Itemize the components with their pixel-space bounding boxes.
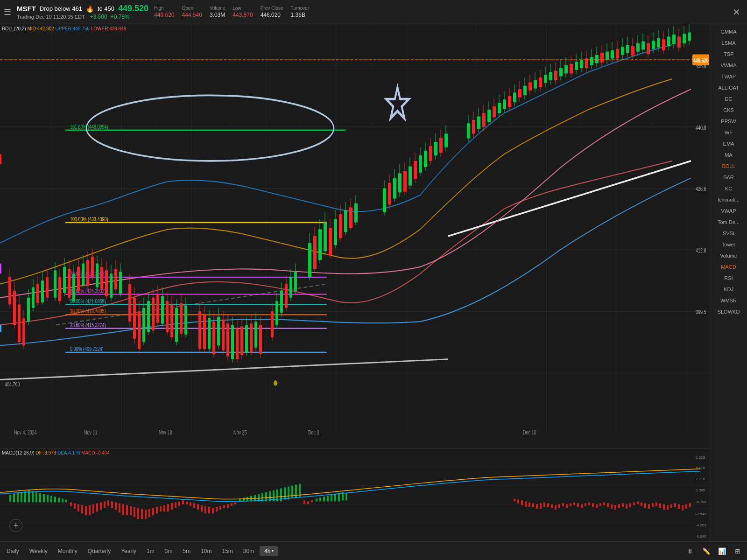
sidebar-item-kc[interactable]: KC (710, 183, 747, 194)
layout-button[interactable]: ⊞ (730, 544, 745, 559)
sidebar-item-ema[interactable]: EMA (710, 138, 747, 149)
timeframe-weekly[interactable]: Weekly (25, 546, 52, 556)
svg-rect-380 (212, 508, 214, 513)
svg-text:Nov 25: Nov 25 (233, 429, 247, 435)
sidebar-item-gmma[interactable]: GMMA (710, 26, 747, 37)
svg-rect-427 (555, 505, 557, 510)
sidebar-item-tom-de---[interactable]: Tom De... (710, 217, 747, 228)
svg-rect-313 (0, 325, 1, 332)
svg-rect-409 (323, 497, 325, 501)
svg-rect-333 (35, 492, 37, 503)
timeframe-4h[interactable]: 4h ▾ (260, 546, 278, 556)
sidebar-item-wmsr[interactable]: WMSR (710, 295, 747, 306)
sidebar-item-alligat[interactable]: ALLIGAT (710, 82, 747, 93)
svg-rect-348 (92, 504, 94, 513)
timeframe-daily[interactable]: Daily (2, 546, 24, 556)
svg-rect-462 (685, 504, 687, 509)
svg-rect-406 (311, 500, 313, 502)
sidebar-item-tsf[interactable]: TSF (710, 49, 747, 60)
alert-text: Drop below 461 (40, 5, 82, 12)
sidebar-item-twap[interactable]: TWAP (710, 71, 747, 82)
svg-text:-0.788: -0.788 (696, 500, 706, 504)
sidebar-item-wf[interactable]: WF (710, 127, 747, 138)
svg-text:6.223: 6.223 (696, 455, 705, 460)
timeframe-quarterly[interactable]: Quarterly (83, 546, 115, 556)
svg-rect-452 (648, 504, 650, 509)
svg-rect-346 (85, 506, 87, 515)
close-button[interactable]: ✕ (729, 7, 743, 18)
svg-rect-378 (204, 506, 206, 513)
turnover-stat: Turnover 1.36B (291, 6, 310, 18)
svg-rect-455 (659, 503, 661, 508)
timeframe-3m[interactable]: 3m (160, 546, 177, 556)
timeframe-10m[interactable]: 10m (196, 546, 216, 556)
sidebar-item-tower[interactable]: Tower (710, 239, 747, 250)
svg-rect-360 (137, 508, 139, 519)
svg-text:404.760: 404.760 (5, 381, 20, 388)
svg-rect-362 (145, 510, 147, 519)
svg-line-27 (448, 161, 691, 236)
svg-rect-443 (614, 505, 616, 510)
sidebar-item-rsi[interactable]: RSI (710, 273, 747, 284)
sidebar-item-dc[interactable]: DC (710, 93, 747, 105)
svg-rect-374 (190, 502, 191, 506)
sidebar-item-boll[interactable]: BOLL (710, 161, 747, 172)
svg-rect-372 (182, 500, 184, 504)
sidebar-item-slowkd[interactable]: SLOWKD (710, 306, 747, 317)
svg-rect-359 (134, 507, 135, 517)
svg-rect-350 (100, 502, 102, 510)
main-area: BOLL(20,2) MID:442.802 UPPER:448.756 LOW… (0, 24, 747, 541)
svg-text:-6.046: -6.046 (696, 534, 706, 539)
timeframe-yearly[interactable]: Yearly (116, 546, 141, 556)
svg-rect-371 (178, 501, 180, 506)
pause-play-button[interactable]: ⏸ (683, 544, 698, 559)
svg-rect-418 (521, 500, 523, 505)
macd-chart[interactable]: MACD(12,26,9) DIF:3.973 DEA:4.176 MACD:-… (0, 448, 710, 541)
svg-rect-311 (0, 154, 1, 164)
sidebar-item-ppsw[interactable]: PPSW (710, 116, 747, 127)
svg-rect-410 (327, 496, 329, 501)
timeframe-1m[interactable]: 1m (142, 546, 159, 556)
timeframe-15m[interactable]: 15m (217, 546, 237, 556)
trading-date: Trading Dec 10 11:20:05 EDT +3.500 +0.78… (17, 14, 148, 20)
svg-point-310 (274, 380, 277, 386)
sidebar-item-vwap[interactable]: VWAP (710, 205, 747, 217)
svg-text:-4.293: -4.293 (696, 523, 706, 527)
svg-text:440.8: 440.8 (696, 124, 706, 131)
svg-rect-334 (39, 493, 41, 503)
svg-rect-353 (111, 501, 113, 508)
indicator-button[interactable]: 📊 (714, 544, 729, 559)
draw-tool-button[interactable]: ✏️ (698, 544, 713, 559)
svg-rect-351 (104, 501, 106, 508)
menu-icon[interactable]: ☰ (4, 7, 11, 17)
sidebar-item-kdj[interactable]: KDJ (710, 284, 747, 295)
sidebar-item-sar[interactable]: SAR (710, 172, 747, 183)
svg-text:38.20% (418.7885): 38.20% (418.7885) (70, 308, 106, 315)
sidebar-item-ma[interactable]: MA (710, 149, 747, 161)
svg-text:161.80% (448.0894): 161.80% (448.0894) (70, 123, 108, 130)
sidebar-item-cks[interactable]: CKS (710, 105, 747, 116)
sidebar-item-ichimok---[interactable]: Ichimok... (710, 194, 747, 205)
svg-rect-336 (47, 495, 49, 503)
timeframe-monthly[interactable]: Monthly (53, 546, 82, 556)
svg-rect-408 (319, 497, 321, 501)
svg-rect-416 (514, 498, 515, 501)
svg-rect-330 (24, 491, 26, 503)
svg-rect-430 (566, 504, 568, 508)
timeframe-30m[interactable]: 30m (239, 546, 259, 556)
svg-rect-422 (536, 504, 538, 509)
svg-rect-398 (280, 489, 282, 502)
sidebar-item-vwma[interactable]: VWMA (710, 60, 747, 71)
svg-rect-328 (17, 493, 19, 503)
svg-rect-421 (532, 503, 534, 507)
sidebar-item-lsma[interactable]: LSMA (710, 37, 747, 49)
bottom-toolbar: Daily Weekly Monthly Quarterly Yearly 1m… (0, 541, 747, 560)
timeframe-5m[interactable]: 5m (178, 546, 195, 556)
sidebar-item-macd[interactable]: MACD (710, 261, 747, 273)
price-chart[interactable]: BOLL(20,2) MID:442.802 UPPER:448.756 LOW… (0, 24, 710, 448)
sidebar-item-svsi[interactable]: SVSI (710, 228, 747, 239)
add-indicator-button[interactable]: + (9, 519, 22, 532)
svg-text:Nov 18: Nov 18 (159, 429, 172, 435)
svg-rect-341 (65, 499, 67, 502)
sidebar-item-volume[interactable]: Volume (710, 250, 747, 261)
